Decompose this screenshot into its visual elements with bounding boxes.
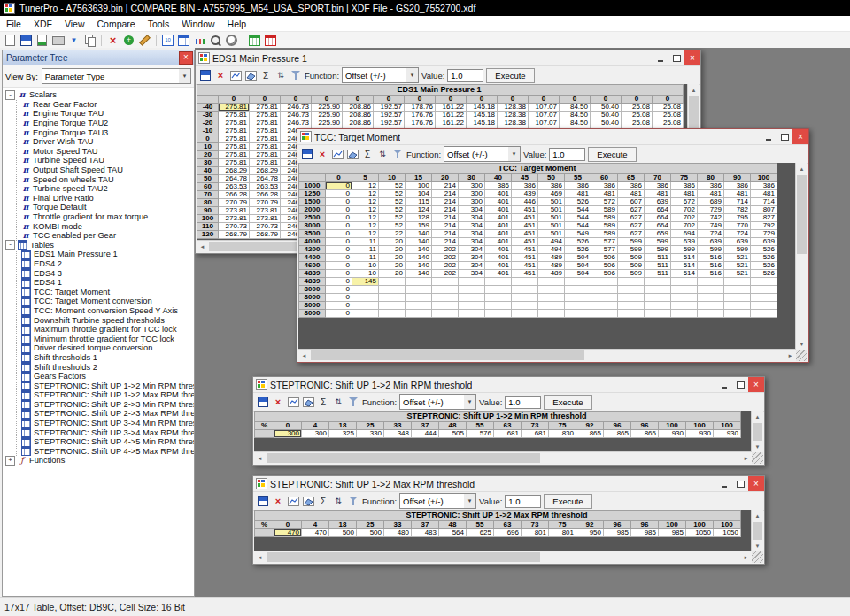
table-cell[interactable]: 469	[538, 190, 565, 198]
table-cell[interactable]: 25.08	[622, 112, 653, 119]
table-cell[interactable]: 50.40	[591, 112, 622, 119]
table-cell[interactable]: 25.08	[653, 112, 684, 119]
table-cell[interactable]: 386	[512, 182, 538, 190]
table-cell[interactable]: 263.53	[219, 183, 250, 191]
sort-icon[interactable]: ⇅	[332, 397, 344, 408]
column-header[interactable]: 75	[671, 174, 698, 182]
column-header[interactable]: 25	[357, 521, 384, 529]
column-header[interactable]: 55	[467, 422, 494, 430]
table-cell[interactable]: 526	[751, 262, 777, 270]
table-cell[interactable]: 330	[357, 430, 384, 438]
table-cell[interactable]: 506	[591, 262, 618, 270]
menu-view[interactable]: View	[58, 16, 91, 31]
table-cell[interactable]	[512, 302, 538, 310]
maximize-icon[interactable]	[732, 476, 748, 491]
row-header[interactable]: 8000	[299, 294, 326, 302]
table-cell[interactable]: 511	[645, 262, 671, 270]
table-cell[interactable]: 304	[459, 206, 485, 214]
table-cell[interactable]: 268.29	[219, 167, 250, 175]
table-cell[interactable]: 865	[604, 430, 631, 438]
column-header[interactable]: 96	[631, 422, 659, 430]
table-cell[interactable]: 275.81	[250, 127, 281, 135]
table-cell[interactable]: 325	[329, 430, 357, 438]
column-header[interactable]: 75	[549, 422, 576, 430]
table-cell[interactable]: 12	[352, 230, 379, 238]
sort-icon[interactable]: ⇅	[274, 70, 287, 81]
table-cell[interactable]: 625	[467, 529, 494, 537]
table-cell[interactable]: 564	[439, 529, 467, 537]
table-cell[interactable]: 795	[724, 214, 751, 222]
table-cell[interactable]: 702	[671, 206, 698, 214]
save-icon[interactable]	[301, 149, 313, 160]
table-cell[interactable]: 501	[538, 222, 565, 230]
table-cell[interactable]: 714	[724, 198, 751, 206]
window-shift-up-1-2-max-rpm[interactable]: STEPTRONIC: Shift UP 1->2 Max RPM thresh…	[252, 475, 765, 565]
table-cell[interactable]: 202	[432, 246, 459, 254]
vertical-scrollbar[interactable]: ▲▼	[795, 163, 808, 350]
table-cell[interactable]: 501	[538, 206, 565, 214]
table-cell[interactable]: 639	[645, 198, 671, 206]
table-cell[interactable]: 664	[645, 214, 671, 222]
table-cell[interactable]: 724	[698, 230, 724, 238]
column-header[interactable]: 92	[576, 422, 604, 430]
panel-close-icon[interactable]: ×	[179, 51, 193, 65]
table-cell[interactable]: 128.38	[498, 112, 529, 119]
table-cell[interactable]	[645, 310, 671, 318]
table-cell[interactable]	[406, 310, 432, 318]
table-cell[interactable]: 100	[406, 182, 432, 190]
row-header[interactable]: 4600	[299, 262, 326, 270]
table-cell[interactable]	[671, 310, 698, 318]
window-shift-up-1-2-min-rpm[interactable]: STEPTRONIC: Shift UP 1->2 Min RPM thresh…	[252, 376, 765, 466]
table-cell[interactable]: 506	[591, 254, 618, 262]
row-header[interactable]: -40	[197, 104, 219, 112]
table-icon[interactable]	[176, 34, 191, 47]
column-header[interactable]: 0	[467, 96, 498, 104]
table-cell[interactable]: 268.79	[219, 231, 250, 239]
table-cell[interactable]: 386	[538, 182, 565, 190]
minimize-icon[interactable]	[761, 129, 777, 144]
table-cell[interactable]: 20	[379, 238, 406, 246]
table-cell[interactable]: 145.18	[467, 119, 498, 127]
column-header[interactable]: 100	[659, 521, 686, 529]
table-cell[interactable]: 12	[352, 190, 379, 198]
table-cell[interactable]: 481	[591, 190, 618, 198]
table-cell[interactable]: 386	[485, 182, 512, 190]
table-cell[interactable]: 202	[432, 262, 459, 270]
table-cell[interactable]: 599	[671, 246, 698, 254]
table-cell[interactable]: 304	[459, 222, 485, 230]
table-cell[interactable]: 107.07	[529, 112, 560, 119]
menu-tools[interactable]: Tools	[142, 16, 176, 31]
horizontal-scrollbar[interactable]: ◄►	[254, 451, 752, 464]
save-icon[interactable]	[257, 496, 269, 507]
column-header[interactable]: 10	[379, 174, 406, 182]
tree-item-steptronic-shift-up-3-4-max-rpm-threshold[interactable]: STEPTRONIC: Shift UP 3->4 Max RPM thresh…	[21, 427, 194, 437]
table-cell[interactable]: 246.73	[281, 104, 312, 112]
column-header[interactable]: 63	[494, 521, 522, 529]
table-cell[interactable]	[671, 302, 698, 310]
tree-item-engine-torque-tau[interactable]: πEngine Torque TAU	[21, 109, 194, 119]
tree-item-tcc-target-moment-conversion[interactable]: TCC: Target Moment conversion	[21, 296, 194, 306]
column-header[interactable]: 75	[549, 521, 576, 529]
table-cell[interactable]: 439	[512, 190, 538, 198]
table-cell[interactable]: 52	[379, 206, 406, 214]
table-cell[interactable]: 627	[618, 206, 645, 214]
table-cell[interactable]: 696	[494, 529, 522, 537]
compare-a-icon[interactable]	[247, 34, 262, 47]
column-header[interactable]: 80	[698, 174, 724, 182]
table-cell[interactable]	[591, 302, 618, 310]
table-cell[interactable]: 107.07	[529, 104, 560, 112]
table-cell[interactable]	[645, 302, 671, 310]
view-by-select[interactable]: Parameter Type ▾	[42, 68, 191, 84]
table-cell[interactable]	[618, 310, 645, 318]
column-header[interactable]: 0	[405, 96, 436, 104]
table-cell[interactable]: 0	[326, 238, 352, 246]
table-cell[interactable]: 505	[439, 430, 467, 438]
tree-item-steptronic-shift-up-2-3-min-rpm-threshold[interactable]: STEPTRONIC: Shift UP 2->3 Min RPM thresh…	[21, 400, 194, 410]
table-cell[interactable]: 273.81	[250, 207, 281, 215]
table-cell[interactable]: 246.73	[281, 119, 312, 127]
copy-icon[interactable]	[82, 34, 97, 47]
table-cell[interactable]	[379, 286, 406, 294]
table-cell[interactable]	[565, 302, 591, 310]
table-cell[interactable]: 509	[618, 270, 645, 278]
discard-changes-icon[interactable]: ×	[214, 70, 227, 81]
